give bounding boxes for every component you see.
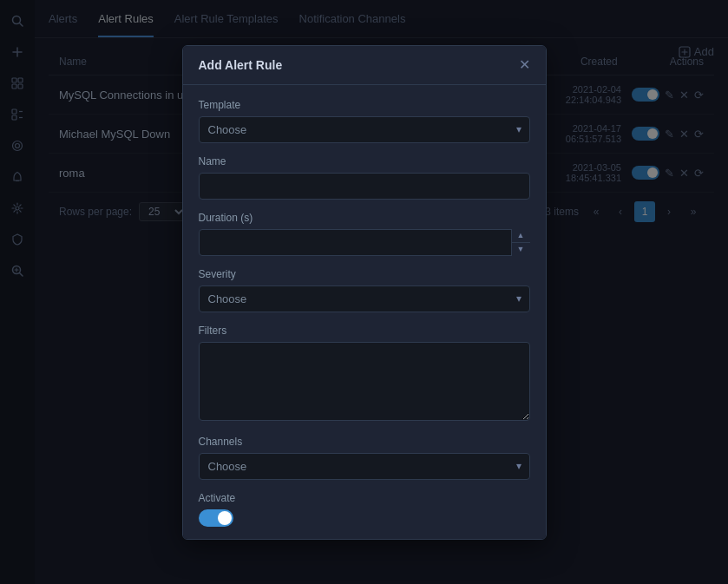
duration-increment[interactable]: ▲ bbox=[512, 229, 530, 243]
duration-input[interactable] bbox=[199, 229, 530, 256]
channels-select[interactable]: Choose bbox=[199, 453, 530, 480]
modal-title: Add Alert Rule bbox=[199, 58, 283, 72]
filters-field: Filters bbox=[199, 325, 530, 423]
severity-select-wrapper: Choose bbox=[199, 285, 530, 312]
activate-field: Activate bbox=[199, 492, 530, 527]
template-label: Template bbox=[199, 99, 530, 111]
template-select[interactable]: Choose bbox=[199, 116, 530, 143]
activate-row bbox=[199, 509, 530, 527]
severity-label: Severity bbox=[199, 268, 530, 280]
name-label: Name bbox=[199, 155, 530, 167]
modal-close-button[interactable]: ✕ bbox=[519, 58, 530, 72]
duration-spinners: ▲ ▼ bbox=[511, 229, 530, 256]
template-field: Template Choose bbox=[199, 99, 530, 143]
duration-decrement[interactable]: ▼ bbox=[512, 243, 530, 256]
modal-body: Template Choose Name Duration (s) ▲ bbox=[183, 85, 546, 540]
modal-header: Add Alert Rule ✕ bbox=[183, 46, 546, 85]
severity-select[interactable]: Choose bbox=[199, 285, 530, 312]
name-field: Name bbox=[199, 155, 530, 200]
duration-field: Duration (s) ▲ ▼ bbox=[199, 212, 530, 256]
activate-label: Activate bbox=[199, 492, 530, 504]
severity-field: Severity Choose bbox=[199, 268, 530, 312]
name-input[interactable] bbox=[199, 173, 530, 200]
filters-textarea[interactable] bbox=[199, 342, 530, 421]
filters-label: Filters bbox=[199, 325, 530, 337]
add-alert-rule-modal: Add Alert Rule ✕ Template Choose Name bbox=[182, 45, 547, 540]
activate-toggle[interactable] bbox=[199, 509, 233, 527]
template-select-wrapper: Choose bbox=[199, 116, 530, 143]
channels-label: Channels bbox=[199, 436, 530, 448]
duration-label: Duration (s) bbox=[199, 212, 530, 224]
channels-select-wrapper: Choose bbox=[199, 453, 530, 480]
duration-input-wrapper: ▲ ▼ bbox=[199, 229, 530, 256]
modal-overlay: Add Alert Rule ✕ Template Choose Name bbox=[0, 0, 728, 584]
channels-field: Channels Choose bbox=[199, 436, 530, 480]
